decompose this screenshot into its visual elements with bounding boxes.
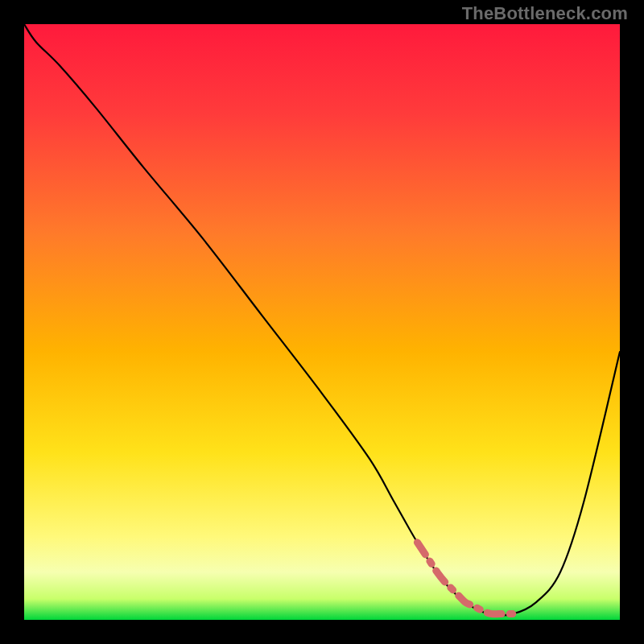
chart-frame: TheBottleneck.com	[0, 0, 644, 644]
plot-area	[24, 24, 620, 620]
bottleneck-chart	[24, 24, 620, 620]
watermark-label: TheBottleneck.com	[462, 3, 628, 24]
gradient-background	[24, 24, 620, 620]
